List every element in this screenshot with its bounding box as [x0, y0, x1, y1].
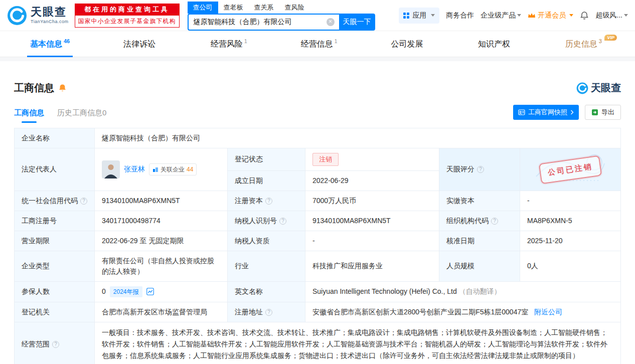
label-text: 注册地址: [235, 308, 263, 316]
help-icon[interactable]: [80, 198, 87, 205]
nearby-companies-link[interactable]: 附近公司: [534, 308, 562, 316]
chevron-down-icon: [431, 14, 435, 17]
address-label: 注册地址: [228, 302, 305, 322]
paid-capital-value: -: [520, 191, 621, 211]
section-header: 工商信息 天眼查: [14, 81, 621, 95]
help-icon[interactable]: [279, 218, 286, 225]
apps-grid-icon: [403, 13, 409, 19]
industry-value: 科技推广和应用服务业: [305, 251, 439, 281]
label-text: 组织机构代码: [446, 217, 489, 225]
tab-label: 基本信息: [30, 40, 62, 48]
org-code-label: 组织机构代码: [439, 211, 520, 231]
reg-number-label: 工商注册号: [15, 211, 95, 231]
menu-business-cooperation[interactable]: 商务合作: [446, 11, 474, 20]
top-header: 天眼查 TianYanCha.com 都在用的商业查询工具 国家中小企业发展子基…: [0, 0, 635, 31]
industry-label: 行业: [228, 251, 305, 281]
vip-label: 开通会员: [538, 11, 566, 20]
label-text: 经营范围: [22, 340, 50, 348]
insured-cell: 0 2024年报: [95, 281, 228, 302]
search-input[interactable]: [188, 14, 339, 31]
promo-line1: 都在用的商业查询工具: [75, 4, 180, 16]
table-row: 企业类型 有限责任公司（非自然人投资或控股的法人独资） 行业 科技推广和应用服务…: [15, 251, 621, 281]
search-tabs: 查公司 查老板 查关系 查风险: [188, 2, 375, 14]
tab-count: 1: [244, 38, 247, 44]
approval-date-label: 核准日期: [439, 231, 520, 251]
taxpayer-id-value: 91340100MA8P6XMN5T: [305, 211, 439, 231]
established-label: 成立日期: [228, 170, 305, 191]
tab-count: 46: [64, 38, 70, 44]
approval-date-value: 2025-11-20: [520, 231, 621, 251]
chevron-down-icon: [569, 14, 573, 17]
tab-company-development[interactable]: 公司发展: [391, 31, 424, 57]
legal-rep-link[interactable]: 张亚林: [124, 164, 145, 174]
tab-count: 1: [335, 38, 338, 44]
search-tab-boss[interactable]: 查老板: [218, 2, 249, 14]
subtab-business-info[interactable]: 工商信息: [14, 108, 44, 124]
english-name-value: Suiyuan Intelligent Technology (Hefei) C…: [312, 287, 457, 295]
taxpayer-quality-label: 纳税人资质: [228, 231, 305, 251]
search-area: 查公司 查老板 查关系 查风险 天眼一下: [188, 2, 375, 31]
legal-rep-label: 法定代表人: [15, 148, 95, 191]
taxpayer-quality-value: -: [305, 231, 439, 251]
tab-label: 法律诉讼: [123, 40, 155, 48]
tab-history-info[interactable]: 历史信息3VIP: [565, 31, 602, 57]
help-icon[interactable]: [265, 309, 272, 316]
official-snapshot-button[interactable]: 工商官网快照: [513, 105, 579, 120]
help-icon[interactable]: [265, 198, 272, 205]
help-icon[interactable]: [52, 341, 59, 348]
company-type-label: 企业类型: [15, 251, 95, 281]
search-tab-relation[interactable]: 查关系: [249, 2, 279, 14]
menu-open-vip[interactable]: 开通会员: [528, 11, 573, 20]
related-companies-badge[interactable]: 关联企业 44: [149, 163, 197, 175]
subtab-history-business-info[interactable]: 历史工商信息0: [57, 108, 106, 124]
monitor-bell-icon[interactable]: [58, 84, 67, 92]
chevron-right-icon: [570, 110, 574, 115]
tab-operation-info[interactable]: 经营信息1: [301, 31, 338, 57]
table-row: 工商注册号 340171000498774 纳税人识别号 91340100MA8…: [15, 211, 621, 231]
tab-operation-risk[interactable]: 经营风险1: [211, 31, 247, 57]
scope-label: 经营范围: [15, 322, 95, 364]
tab-label: 知识产权: [478, 40, 510, 48]
search-button[interactable]: 天眼一下: [339, 14, 375, 31]
deregistered-stamp: 公司已注销: [520, 148, 620, 191]
insured-value: 0: [102, 286, 106, 297]
annual-report-badge[interactable]: 2024年报: [110, 286, 142, 297]
credit-code-value: 91340100MA8P6XMN5T: [95, 191, 228, 211]
export-button[interactable]: 导出: [585, 105, 621, 120]
tab-legal-litigation[interactable]: 法律诉讼: [123, 31, 157, 57]
taxpayer-id-label: 纳税人识别号: [228, 211, 305, 231]
tianyancha-logo[interactable]: 天眼查 TianYanCha.com: [7, 6, 69, 26]
subtab-actions: 工商官网快照 导出: [513, 105, 621, 124]
apps-menu[interactable]: 应用: [399, 8, 439, 24]
status-badge: 注销: [312, 153, 339, 166]
tab-basic-info[interactable]: 基本信息46: [30, 31, 70, 57]
term-label: 营业期限: [15, 231, 95, 251]
tianyancha-logo-icon: [576, 82, 588, 94]
english-name-cell: Suiyuan Intelligent Technology (Hefei) C…: [305, 281, 621, 302]
label-text: 纳税人识别号: [235, 217, 277, 225]
help-icon[interactable]: [491, 218, 498, 225]
search-tab-risk[interactable]: 查风险: [279, 2, 310, 14]
notification-bell-icon[interactable]: [580, 11, 589, 20]
crown-icon: [528, 13, 536, 19]
section-divider: [0, 57, 635, 61]
authority-label: 登记机关: [15, 302, 95, 322]
legal-rep-cell: 张亚林 关联企业 44: [95, 148, 228, 191]
clear-icon[interactable]: [327, 18, 335, 26]
search-tab-company[interactable]: 查公司: [188, 2, 218, 14]
related-companies-count: 44: [187, 165, 193, 174]
term-value: 2022-06-29 至 无固定期限: [95, 231, 228, 251]
tab-intellectual-property[interactable]: 知识产权: [478, 31, 512, 57]
table-row: 营业期限 2022-06-29 至 无固定期限 纳税人资质 - 核准日期 202…: [15, 231, 621, 251]
legal-rep-avatar[interactable]: [102, 160, 120, 178]
page-title: 工商信息: [14, 81, 54, 95]
menu-enterprise-label: 企业级产品: [481, 11, 516, 20]
menu-enterprise-products[interactable]: 企业级产品: [481, 11, 521, 20]
trend-icon[interactable]: [146, 288, 154, 295]
help-icon[interactable]: [477, 166, 484, 173]
score-label-cell: 天眼评分: [439, 148, 520, 191]
menu-super-risk[interactable]: 超级风...: [595, 11, 628, 20]
export-icon: [591, 109, 598, 116]
reg-capital-value: 7000万人民币: [305, 191, 439, 211]
promo-line2: 国家中小企业发展子基金旗下机构: [75, 16, 180, 28]
